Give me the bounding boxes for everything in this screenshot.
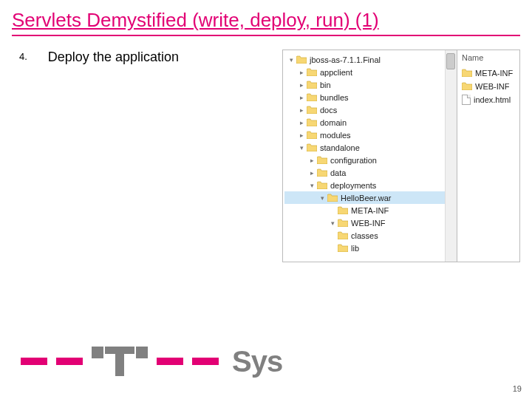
tree-item-label: standalone [320,143,360,152]
logo-dash [56,358,83,365]
logo-dash [192,358,219,365]
content-row: 4. Deploy the application ▾jboss-as-7.1.… [12,50,520,262]
list-item[interactable]: index.html [462,93,515,106]
folder-icon [307,81,317,89]
slide: Servlets Demystified (write, deploy, run… [0,0,532,399]
chevron-right-icon[interactable]: ▸ [298,119,305,126]
chevron-down-icon[interactable]: ▾ [308,182,316,189]
tree-item[interactable]: ▸docs [284,103,452,116]
folder-icon [338,231,348,239]
page-title: Servlets Demystified (write, deploy, run… [12,9,520,36]
folder-icon [317,181,327,189]
chevron-right-icon[interactable]: ▸ [308,169,316,177]
file-icon [462,95,471,105]
tree-item[interactable]: ▸configuration [284,154,452,166]
logo-dash [157,358,183,365]
folder-icon [307,118,317,126]
tree-item-label: jboss-as-7.1.1.Final [310,55,381,64]
tree-item-label: HelloBeer.war [341,194,391,202]
chevron-down-icon[interactable]: ▾ [329,219,336,227]
folder-icon [327,194,338,202]
folder-icon [307,68,317,76]
tree-item-label: lib [351,244,359,253]
tree-item[interactable]: ▸domain [284,116,452,129]
list-item-label: index.html [474,95,511,104]
list-item[interactable]: WEB-INF [462,80,515,92]
step-number: 4. [19,51,27,62]
logo-text: Sys [232,345,282,378]
folder-icon [307,143,317,151]
tree-item[interactable]: ▾HelloBeer.war [284,191,452,204]
folder-icon [462,69,472,77]
folder-icon [307,106,317,114]
tree-item-label: classes [351,231,378,240]
tree-item-label: domain [320,118,347,127]
chevron-right-icon[interactable]: ▸ [298,81,305,89]
tree-item[interactable]: classes [284,229,452,242]
file-explorer: ▾jboss-as-7.1.1.Final▸appclient▸bin▸bund… [282,50,520,262]
folder-icon [296,55,307,64]
chevron-right-icon[interactable]: ▸ [298,69,305,76]
folder-icon [338,244,348,252]
column-header-name[interactable]: Name [462,53,515,62]
folder-icon [338,219,348,227]
tree-item[interactable]: ▾deployments [284,179,452,191]
page-number: 19 [513,384,522,393]
tree-item-label: deployments [330,181,376,190]
tree-item-label: WEB-INF [351,219,385,228]
list-item-label: WEB-INF [475,82,509,91]
t-logo-icon [92,347,148,376]
tree-item[interactable]: ▾standalone [284,141,452,154]
chevron-down-icon[interactable]: ▾ [287,56,295,64]
chevron-down-icon[interactable]: ▾ [318,194,326,202]
tree-item[interactable]: ▾jboss-as-7.1.1.Final [284,53,452,66]
tree-item-label: bundles [320,93,349,102]
tree-item[interactable]: ▸bin [284,78,452,91]
tree-item-label: bin [320,81,331,89]
chevron-down-icon[interactable]: ▾ [298,144,305,151]
tree-item-label: docs [320,106,337,115]
tree-item-label: appclient [320,68,352,77]
folder-icon [317,156,327,164]
tree-item[interactable]: ▾WEB-INF [284,216,452,229]
tree-item[interactable]: lib [284,242,452,254]
step-text: Deploy the application [48,50,179,65]
scrollbar-thumb[interactable] [446,53,455,69]
tree-item[interactable]: ▸appclient [284,66,452,78]
chevron-right-icon[interactable]: ▸ [298,132,305,139]
tree-item-label: modules [320,131,351,140]
tree-item[interactable]: ▸modules [284,129,452,141]
tree-item-label: data [330,168,346,177]
chevron-right-icon[interactable]: ▸ [308,157,316,164]
tree-item[interactable]: META-INF [284,204,452,216]
logo-dash [21,358,47,365]
details-pane: Name META-INFWEB-INFindex.html [457,50,519,262]
folder-icon [338,206,348,214]
chevron-right-icon[interactable]: ▸ [298,94,305,101]
scrollbar-track[interactable] [445,50,457,262]
tree-item[interactable]: ▸bundles [284,91,452,103]
chevron-right-icon[interactable]: ▸ [298,106,305,114]
tree-pane: ▾jboss-as-7.1.1.Final▸appclient▸bin▸bund… [283,50,457,262]
folder-icon [307,131,317,139]
list-item-label: META-INF [475,69,513,78]
tree-item-label: META-INF [351,206,389,215]
folder-icon [317,168,327,177]
folder-icon [462,82,472,90]
tree-item-label: configuration [330,156,377,165]
tree-item[interactable]: ▸data [284,166,452,179]
list-item[interactable]: META-INF [462,66,515,79]
folder-icon [307,93,317,101]
footer-logo: Sys [0,344,532,378]
